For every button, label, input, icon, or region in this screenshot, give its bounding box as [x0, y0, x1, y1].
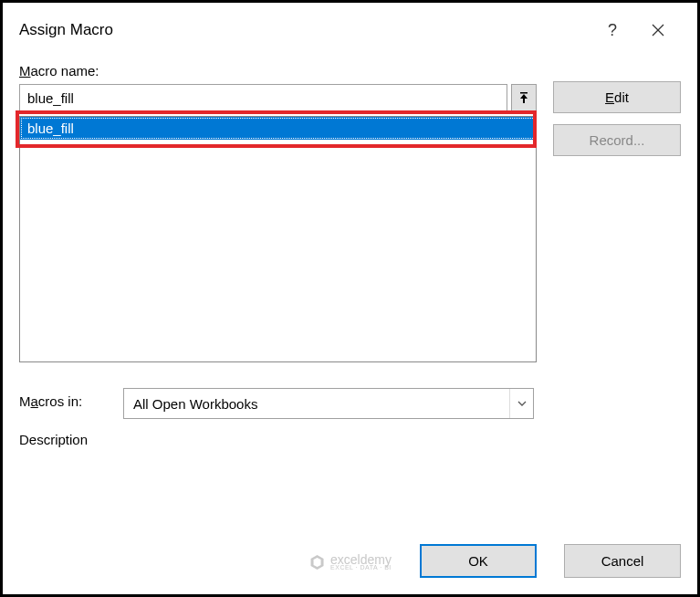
titlebar: Assign Macro ?: [3, 3, 697, 54]
svg-rect-2: [520, 92, 528, 94]
dialog-title: Assign Macro: [19, 21, 590, 39]
description-label: Description: [19, 432, 537, 447]
macro-name-input[interactable]: [19, 84, 507, 112]
macro-name-label: Macro name:: [19, 63, 537, 79]
macros-in-select-wrap: [123, 388, 534, 419]
close-icon: [652, 24, 664, 37]
macros-in-label: Macros in:: [19, 393, 109, 409]
help-button[interactable]: ?: [590, 14, 635, 47]
left-column: Macro name: blue_fill: [19, 63, 537, 453]
right-column: Edit Record...: [553, 63, 681, 156]
macros-in-row: Macros in:: [19, 388, 537, 419]
assign-macro-dialog: Assign Macro ? Macro name:: [0, 0, 700, 597]
collapse-icon: [518, 92, 529, 105]
collapse-dialog-button[interactable]: [511, 84, 537, 112]
dialog-footer: OK Cancel: [3, 544, 697, 594]
list-item[interactable]: blue_fill: [20, 117, 536, 140]
macro-listbox[interactable]: blue_fill: [19, 116, 537, 362]
macro-list-wrapper: blue_fill: [19, 116, 537, 362]
dialog-content: Macro name: blue_fill: [3, 54, 697, 544]
top-row: Macro name: blue_fill: [19, 63, 681, 453]
close-button[interactable]: [635, 14, 681, 47]
edit-button[interactable]: Edit: [553, 81, 681, 113]
macro-name-row: [19, 84, 537, 112]
cancel-button[interactable]: Cancel: [564, 544, 681, 578]
macros-in-select[interactable]: [123, 388, 534, 419]
ok-button[interactable]: OK: [420, 544, 537, 578]
record-button: Record...: [553, 124, 681, 156]
